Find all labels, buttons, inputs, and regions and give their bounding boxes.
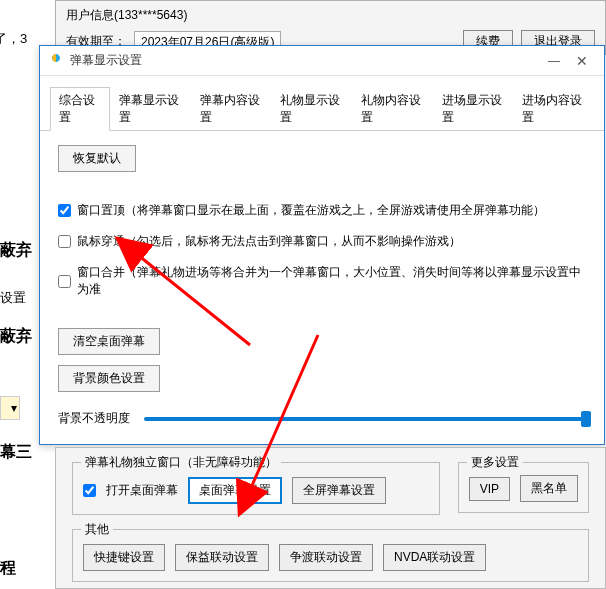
checkbox-open-desktop-danmu[interactable]	[83, 484, 96, 497]
clear-desktop-danmu-button[interactable]: 清空桌面弹幕	[58, 328, 160, 355]
bg-text-1: 蔽弃	[0, 240, 34, 261]
checkbox-window-topmost-label: 窗口置顶（将弹幕窗口显示在最上面，覆盖在游戏之上，全屏游戏请使用全屏弹幕功能）	[77, 202, 545, 219]
dialog-title: 弹幕显示设置	[70, 52, 540, 69]
checkbox-mouse-through-label: 鼠标穿透（勾选后，鼠标将无法点击到弹幕窗口，从而不影响操作游戏）	[77, 233, 461, 250]
opacity-label: 背景不透明度	[58, 410, 130, 427]
app-icon	[48, 53, 64, 69]
opacity-slider[interactable]	[144, 417, 586, 421]
group-more-settings: 更多设置 VIP 黑名单	[458, 462, 589, 513]
checkbox-open-desktop-danmu-label: 打开桌面弹幕	[106, 482, 178, 499]
group-others-legend: 其他	[81, 521, 113, 538]
danmu-settings-dialog: 弹幕显示设置 — ✕ 综合设置 弹幕显示设置 弹幕内容设置 礼物显示设置 礼物内…	[39, 45, 605, 445]
fullscreen-danmu-settings-button[interactable]: 全屏弹幕设置	[292, 477, 386, 504]
bg-color-settings-button[interactable]: 背景颜色设置	[58, 365, 160, 392]
checkbox-window-topmost[interactable]	[58, 204, 71, 217]
opacity-slider-thumb[interactable]	[581, 411, 591, 427]
group-others: 其他 快捷键设置 保益联动设置 争渡联动设置 NVDA联动设置	[72, 529, 589, 582]
hotkey-settings-button[interactable]: 快捷键设置	[83, 544, 165, 571]
checkbox-window-merge-label: 窗口合并（弹幕礼物进场等将合并为一个弹幕窗口，大小位置、消失时间等将以弹幕显示设…	[77, 264, 586, 298]
group-more-settings-legend: 更多设置	[467, 454, 523, 471]
vip-button[interactable]: VIP	[469, 477, 510, 501]
tab-danmu-content[interactable]: 弹幕内容设置	[191, 87, 272, 131]
bg-text-5: 程	[0, 558, 34, 579]
lower-panel: 弹幕礼物独立窗口（非无障碍功能） 打开桌面弹幕 桌面弹幕设置 全屏弹幕设置 更多…	[55, 447, 606, 589]
desktop-danmu-settings-button[interactable]: 桌面弹幕设置	[188, 477, 282, 504]
bg-text-3: 蔽弃	[0, 326, 34, 347]
zhengdu-link-settings-button[interactable]: 争渡联动设置	[279, 544, 373, 571]
tab-enter-display[interactable]: 进场显示设置	[433, 87, 514, 131]
dialog-body: 恢复默认 窗口置顶（将弹幕窗口显示在最上面，覆盖在游戏之上，全屏游戏请使用全屏弹…	[40, 131, 604, 441]
group-independent-window: 弹幕礼物独立窗口（非无障碍功能） 打开桌面弹幕 桌面弹幕设置 全屏弹幕设置	[72, 462, 440, 515]
nvda-link-settings-button[interactable]: NVDA联动设置	[383, 544, 486, 571]
close-icon[interactable]: ✕	[568, 53, 596, 69]
user-info-label: 用户信息(133****5643)	[66, 7, 187, 24]
tab-gift-display[interactable]: 礼物显示设置	[271, 87, 352, 131]
tabs: 综合设置 弹幕显示设置 弹幕内容设置 礼物显示设置 礼物内容设置 进场显示设置 …	[40, 76, 604, 131]
group-independent-window-legend: 弹幕礼物独立窗口（非无障碍功能）	[81, 454, 281, 471]
restore-default-button[interactable]: 恢复默认	[58, 145, 136, 172]
checkbox-mouse-through[interactable]	[58, 235, 71, 248]
tab-enter-content[interactable]: 进场内容设置	[513, 87, 594, 131]
bg-text-topleft: 了，3	[0, 30, 27, 48]
bg-text-2: 设置	[0, 289, 34, 307]
chevron-down-icon: ▾	[11, 401, 17, 415]
baoyi-link-settings-button[interactable]: 保益联动设置	[175, 544, 269, 571]
bg-text-4: 幕三	[0, 442, 34, 463]
tab-general[interactable]: 综合设置	[50, 87, 110, 131]
checkbox-window-merge[interactable]	[58, 275, 71, 288]
tab-danmu-display[interactable]: 弹幕显示设置	[110, 87, 191, 131]
bg-dropdown-fragment[interactable]: ▾	[0, 396, 20, 420]
tab-gift-content[interactable]: 礼物内容设置	[352, 87, 433, 131]
titlebar: 弹幕显示设置 — ✕	[40, 46, 604, 76]
minimize-icon[interactable]: —	[540, 54, 568, 68]
blacklist-button[interactable]: 黑名单	[520, 475, 578, 502]
